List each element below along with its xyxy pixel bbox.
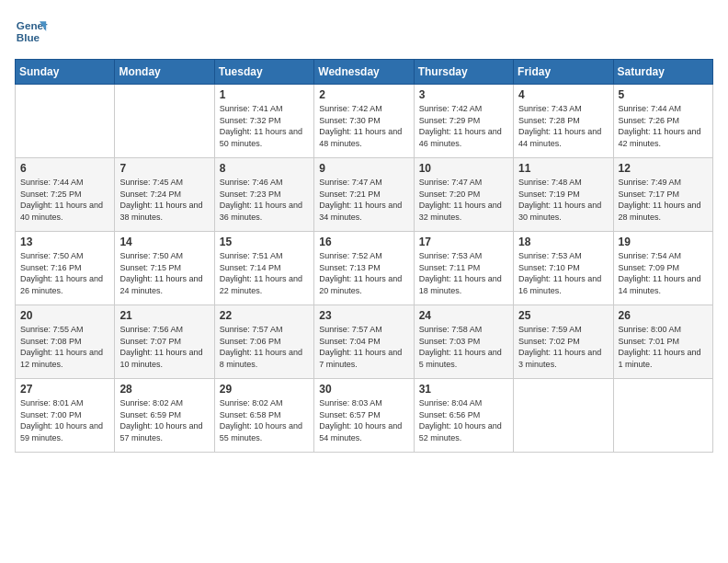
day-cell: 20Sunrise: 7:55 AM Sunset: 7:08 PM Dayli…: [16, 305, 115, 379]
calendar-header-row: SundayMondayTuesdayWednesdayThursdayFrid…: [16, 60, 713, 85]
day-cell: 15Sunrise: 7:51 AM Sunset: 7:14 PM Dayli…: [214, 232, 313, 305]
day-info: Sunrise: 7:58 AM Sunset: 7:03 PM Dayligh…: [419, 324, 508, 370]
logo-icon: General Blue: [15, 15, 48, 48]
day-number: 23: [319, 309, 408, 322]
day-cell: 8Sunrise: 7:46 AM Sunset: 7:23 PM Daylig…: [214, 158, 313, 232]
day-cell: 27Sunrise: 8:01 AM Sunset: 7:00 PM Dayli…: [16, 379, 115, 453]
week-row-1: 1Sunrise: 7:41 AM Sunset: 7:32 PM Daylig…: [16, 85, 713, 158]
day-number: 7: [119, 162, 209, 175]
day-cell: [613, 379, 712, 453]
week-row-2: 6Sunrise: 7:44 AM Sunset: 7:25 PM Daylig…: [16, 158, 713, 232]
day-number: 4: [518, 88, 608, 101]
day-info: Sunrise: 7:51 AM Sunset: 7:14 PM Dayligh…: [220, 250, 309, 296]
day-number: 19: [619, 236, 708, 248]
svg-text:Blue: Blue: [17, 31, 40, 43]
day-cell: 14Sunrise: 7:50 AM Sunset: 7:15 PM Dayli…: [115, 232, 214, 305]
column-header-wednesday: Wednesday: [314, 60, 414, 85]
day-info: Sunrise: 7:53 AM Sunset: 7:11 PM Dayligh…: [419, 250, 508, 296]
day-info: Sunrise: 7:57 AM Sunset: 7:06 PM Dayligh…: [220, 324, 309, 370]
day-info: Sunrise: 7:47 AM Sunset: 7:20 PM Dayligh…: [419, 177, 508, 223]
day-info: Sunrise: 7:57 AM Sunset: 7:04 PM Dayligh…: [319, 324, 408, 370]
day-info: Sunrise: 8:01 AM Sunset: 7:00 PM Dayligh…: [20, 397, 109, 443]
day-info: Sunrise: 7:45 AM Sunset: 7:24 PM Dayligh…: [119, 177, 209, 223]
day-number: 20: [20, 309, 109, 322]
day-info: Sunrise: 7:42 AM Sunset: 7:30 PM Dayligh…: [319, 103, 408, 149]
day-info: Sunrise: 7:50 AM Sunset: 7:16 PM Dayligh…: [20, 250, 109, 296]
day-cell: 19Sunrise: 7:54 AM Sunset: 7:09 PM Dayli…: [613, 232, 712, 305]
day-number: 14: [119, 236, 209, 248]
day-cell: 7Sunrise: 7:45 AM Sunset: 7:24 PM Daylig…: [115, 158, 214, 232]
day-info: Sunrise: 7:55 AM Sunset: 7:08 PM Dayligh…: [20, 324, 109, 370]
day-info: Sunrise: 7:49 AM Sunset: 7:17 PM Dayligh…: [619, 177, 708, 223]
day-number: 8: [220, 162, 309, 175]
day-cell: 21Sunrise: 7:56 AM Sunset: 7:07 PM Dayli…: [115, 305, 214, 379]
column-header-tuesday: Tuesday: [214, 60, 313, 85]
day-number: 15: [220, 236, 309, 248]
day-cell: 29Sunrise: 8:02 AM Sunset: 6:58 PM Dayli…: [214, 379, 313, 453]
column-header-friday: Friday: [514, 60, 613, 85]
day-number: 29: [220, 383, 309, 396]
day-info: Sunrise: 7:46 AM Sunset: 7:23 PM Dayligh…: [220, 177, 309, 223]
day-number: 9: [319, 162, 408, 175]
day-number: 31: [419, 383, 508, 396]
day-number: 12: [619, 162, 708, 175]
day-cell: 17Sunrise: 7:53 AM Sunset: 7:11 PM Dayli…: [414, 232, 513, 305]
day-cell: 10Sunrise: 7:47 AM Sunset: 7:20 PM Dayli…: [414, 158, 513, 232]
day-cell: 18Sunrise: 7:53 AM Sunset: 7:10 PM Dayli…: [514, 232, 613, 305]
day-number: 24: [419, 309, 508, 322]
day-info: Sunrise: 8:02 AM Sunset: 6:59 PM Dayligh…: [119, 397, 209, 443]
day-info: Sunrise: 8:04 AM Sunset: 6:56 PM Dayligh…: [419, 397, 508, 443]
day-number: 25: [518, 309, 608, 322]
day-number: 27: [20, 383, 109, 396]
day-cell: 24Sunrise: 7:58 AM Sunset: 7:03 PM Dayli…: [414, 305, 513, 379]
logo: General Blue: [15, 15, 48, 48]
day-info: Sunrise: 8:03 AM Sunset: 6:57 PM Dayligh…: [319, 397, 408, 443]
day-cell: 4Sunrise: 7:43 AM Sunset: 7:28 PM Daylig…: [514, 85, 613, 158]
day-info: Sunrise: 7:47 AM Sunset: 7:21 PM Dayligh…: [319, 177, 408, 223]
day-info: Sunrise: 7:59 AM Sunset: 7:02 PM Dayligh…: [518, 324, 608, 370]
day-number: 11: [518, 162, 608, 175]
day-cell: 30Sunrise: 8:03 AM Sunset: 6:57 PM Dayli…: [314, 379, 414, 453]
week-row-3: 13Sunrise: 7:50 AM Sunset: 7:16 PM Dayli…: [16, 232, 713, 305]
column-header-thursday: Thursday: [414, 60, 513, 85]
day-info: Sunrise: 7:44 AM Sunset: 7:25 PM Dayligh…: [20, 177, 109, 223]
day-number: 13: [20, 236, 109, 248]
day-number: 16: [319, 236, 408, 248]
day-cell: 23Sunrise: 7:57 AM Sunset: 7:04 PM Dayli…: [314, 305, 414, 379]
day-number: 22: [220, 309, 309, 322]
day-number: 5: [619, 88, 708, 101]
day-cell: [16, 85, 115, 158]
week-row-4: 20Sunrise: 7:55 AM Sunset: 7:08 PM Dayli…: [16, 305, 713, 379]
day-cell: 25Sunrise: 7:59 AM Sunset: 7:02 PM Dayli…: [514, 305, 613, 379]
day-cell: 12Sunrise: 7:49 AM Sunset: 7:17 PM Dayli…: [613, 158, 712, 232]
day-number: 30: [319, 383, 408, 396]
day-number: 1: [220, 88, 309, 101]
day-cell: 5Sunrise: 7:44 AM Sunset: 7:26 PM Daylig…: [613, 85, 712, 158]
week-row-5: 27Sunrise: 8:01 AM Sunset: 7:00 PM Dayli…: [16, 379, 713, 453]
day-cell: 16Sunrise: 7:52 AM Sunset: 7:13 PM Dayli…: [314, 232, 414, 305]
day-info: Sunrise: 7:42 AM Sunset: 7:29 PM Dayligh…: [419, 103, 508, 149]
day-cell: 26Sunrise: 8:00 AM Sunset: 7:01 PM Dayli…: [613, 305, 712, 379]
day-cell: 22Sunrise: 7:57 AM Sunset: 7:06 PM Dayli…: [214, 305, 313, 379]
day-info: Sunrise: 7:56 AM Sunset: 7:07 PM Dayligh…: [119, 324, 209, 370]
day-cell: 28Sunrise: 8:02 AM Sunset: 6:59 PM Dayli…: [115, 379, 214, 453]
day-number: 17: [419, 236, 508, 248]
day-cell: 6Sunrise: 7:44 AM Sunset: 7:25 PM Daylig…: [16, 158, 115, 232]
day-cell: [514, 379, 613, 453]
column-header-sunday: Sunday: [16, 60, 115, 85]
day-info: Sunrise: 7:54 AM Sunset: 7:09 PM Dayligh…: [619, 250, 708, 296]
day-info: Sunrise: 7:43 AM Sunset: 7:28 PM Dayligh…: [518, 103, 608, 149]
day-cell: [115, 85, 214, 158]
day-cell: 13Sunrise: 7:50 AM Sunset: 7:16 PM Dayli…: [16, 232, 115, 305]
day-info: Sunrise: 7:41 AM Sunset: 7:32 PM Dayligh…: [220, 103, 309, 149]
day-number: 26: [619, 309, 708, 322]
page-header: General Blue: [15, 15, 713, 48]
calendar-table: SundayMondayTuesdayWednesdayThursdayFrid…: [15, 59, 713, 453]
day-cell: 9Sunrise: 7:47 AM Sunset: 7:21 PM Daylig…: [314, 158, 414, 232]
day-number: 2: [319, 88, 408, 101]
day-number: 10: [419, 162, 508, 175]
day-cell: 31Sunrise: 8:04 AM Sunset: 6:56 PM Dayli…: [414, 379, 513, 453]
day-number: 18: [518, 236, 608, 248]
day-info: Sunrise: 8:02 AM Sunset: 6:58 PM Dayligh…: [220, 397, 309, 443]
day-info: Sunrise: 7:48 AM Sunset: 7:19 PM Dayligh…: [518, 177, 608, 223]
